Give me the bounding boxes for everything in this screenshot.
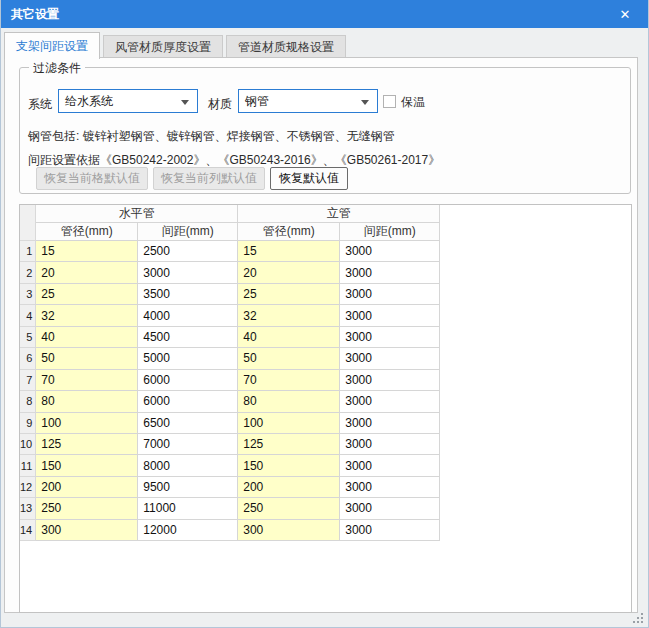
row-number[interactable]: 2 (20, 262, 36, 283)
cell-spacing[interactable]: 6000 (138, 369, 238, 390)
cell-diameter[interactable]: 80 (36, 391, 138, 412)
row-number[interactable]: 10 (20, 433, 36, 454)
cell-diameter[interactable]: 32 (238, 305, 340, 326)
row-number[interactable]: 7 (20, 369, 36, 390)
cell-diameter[interactable]: 70 (238, 369, 340, 390)
row-number[interactable]: 12 (20, 476, 36, 497)
table-row: 7706000703000 (20, 369, 440, 390)
cell-diameter[interactable]: 150 (238, 455, 340, 476)
cell-diameter[interactable]: 25 (36, 283, 138, 304)
cell-spacing[interactable]: 4000 (138, 305, 238, 326)
cell-diameter[interactable]: 15 (238, 241, 340, 262)
table-row: 910065001003000 (20, 412, 440, 433)
spacing-grid: 水平管 立管 管径(mm) 间距(mm) 管径(mm) 间距(mm) 11525… (19, 204, 632, 613)
row-number[interactable]: 4 (20, 305, 36, 326)
cell-spacing[interactable]: 3500 (138, 283, 238, 304)
cell-diameter[interactable]: 50 (238, 348, 340, 369)
cell-diameter[interactable]: 32 (36, 305, 138, 326)
cell-diameter[interactable]: 150 (36, 455, 138, 476)
insulation-checkbox[interactable] (383, 95, 396, 108)
table-row: 3253500253000 (20, 283, 440, 304)
row-number[interactable]: 8 (20, 391, 36, 412)
row-number[interactable]: 13 (20, 498, 36, 519)
material-label: 材质 (208, 92, 232, 116)
cell-spacing[interactable]: 2500 (138, 241, 238, 262)
cell-spacing[interactable]: 3000 (340, 433, 440, 454)
cell-diameter[interactable]: 125 (36, 433, 138, 454)
row-number[interactable]: 6 (20, 348, 36, 369)
cell-diameter[interactable]: 20 (238, 262, 340, 283)
tab-duct-material-thickness[interactable]: 风管材质厚度设置 (103, 35, 223, 58)
tab-page-support-spacing: 过滤条件 系统 给水系统 材质 钢管 保温 钢管包括: 镀锌衬塑钢管、镀锌钢管、… (4, 57, 638, 613)
cell-diameter[interactable]: 40 (238, 326, 340, 347)
cell-diameter[interactable]: 70 (36, 369, 138, 390)
row-number[interactable]: 3 (20, 283, 36, 304)
tab-pipe-material-spec[interactable]: 管道材质规格设置 (226, 35, 346, 58)
close-icon[interactable]: ✕ (610, 0, 640, 28)
cell-spacing[interactable]: 3000 (138, 262, 238, 283)
restore-current-cell-button[interactable]: 恢复当前格默认值 (36, 167, 148, 190)
material-select[interactable]: 钢管 (238, 89, 378, 113)
cell-spacing[interactable]: 3000 (340, 283, 440, 304)
row-number[interactable]: 14 (20, 519, 36, 540)
cell-diameter[interactable]: 15 (36, 241, 138, 262)
spacing-table: 水平管 立管 管径(mm) 间距(mm) 管径(mm) 间距(mm) 11525… (19, 204, 440, 541)
cell-spacing[interactable]: 11000 (138, 498, 238, 519)
cell-diameter[interactable]: 100 (238, 412, 340, 433)
cell-spacing[interactable]: 4500 (138, 326, 238, 347)
cell-spacing[interactable]: 3000 (340, 498, 440, 519)
system-select-value: 给水系统 (65, 94, 113, 108)
table-row: 8806000803000 (20, 391, 440, 412)
cell-diameter[interactable]: 200 (238, 476, 340, 497)
insulation-label[interactable]: 保温 (401, 92, 425, 112)
cell-diameter[interactable]: 25 (238, 283, 340, 304)
cell-spacing[interactable]: 8000 (138, 455, 238, 476)
chevron-down-icon (181, 100, 189, 105)
restore-defaults-button[interactable]: 恢复默认值 (270, 167, 348, 190)
table-row: 14300120003003000 (20, 519, 440, 540)
resize-grip-icon[interactable] (641, 621, 643, 623)
cell-spacing[interactable]: 3000 (340, 519, 440, 540)
row-number[interactable]: 9 (20, 412, 36, 433)
cell-spacing[interactable]: 6500 (138, 412, 238, 433)
row-number[interactable]: 1 (20, 241, 36, 262)
tab-support-spacing[interactable]: 支架间距设置 (4, 32, 100, 59)
restore-current-column-button[interactable]: 恢复当前列默认值 (153, 167, 265, 190)
cell-diameter[interactable]: 300 (238, 519, 340, 540)
col-header-spacing-1: 间距(mm) (138, 223, 238, 241)
cell-spacing[interactable]: 3000 (340, 369, 440, 390)
cell-spacing[interactable]: 3000 (340, 241, 440, 262)
cell-diameter[interactable]: 250 (36, 498, 138, 519)
cell-diameter[interactable]: 100 (36, 412, 138, 433)
cell-spacing[interactable]: 3000 (340, 305, 440, 326)
cell-spacing[interactable]: 3000 (340, 476, 440, 497)
chevron-down-icon (361, 100, 369, 105)
cell-spacing[interactable]: 6000 (138, 391, 238, 412)
cell-diameter[interactable]: 40 (36, 326, 138, 347)
title-bar: 其它设置 ✕ (1, 0, 648, 28)
system-select[interactable]: 给水系统 (58, 89, 198, 113)
cell-diameter[interactable]: 50 (36, 348, 138, 369)
cell-spacing[interactable]: 3000 (340, 348, 440, 369)
cell-diameter[interactable]: 20 (36, 262, 138, 283)
cell-diameter[interactable]: 80 (238, 391, 340, 412)
row-number[interactable]: 5 (20, 326, 36, 347)
cell-spacing[interactable]: 12000 (138, 519, 238, 540)
col-header-spacing-2: 间距(mm) (340, 223, 440, 241)
cell-diameter[interactable]: 250 (238, 498, 340, 519)
cell-spacing[interactable]: 3000 (340, 412, 440, 433)
cell-spacing[interactable]: 3000 (340, 326, 440, 347)
cell-spacing[interactable]: 7000 (138, 433, 238, 454)
table-row: 13250110002503000 (20, 498, 440, 519)
cell-spacing[interactable]: 9500 (138, 476, 238, 497)
cell-spacing[interactable]: 3000 (340, 455, 440, 476)
cell-diameter[interactable]: 200 (36, 476, 138, 497)
cell-spacing[interactable]: 5000 (138, 348, 238, 369)
row-number[interactable]: 11 (20, 455, 36, 476)
table-row: 5404500403000 (20, 326, 440, 347)
filter-groupbox: 过滤条件 系统 给水系统 材质 钢管 保温 钢管包括: 镀锌衬塑钢管、镀锌钢管、… (19, 67, 631, 194)
cell-diameter[interactable]: 125 (238, 433, 340, 454)
cell-spacing[interactable]: 3000 (340, 262, 440, 283)
cell-spacing[interactable]: 3000 (340, 391, 440, 412)
cell-diameter[interactable]: 300 (36, 519, 138, 540)
